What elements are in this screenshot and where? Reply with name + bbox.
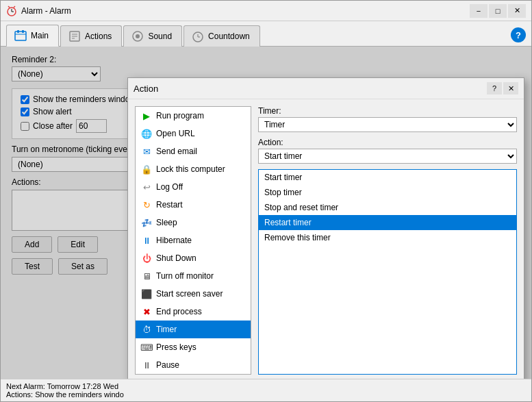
action-field-label: Action: bbox=[258, 138, 517, 147]
sound-tab-icon bbox=[131, 29, 144, 43]
timer-field-label: Timer: bbox=[258, 106, 517, 116]
action-item-timer[interactable]: ⏱Timer bbox=[136, 321, 251, 338]
action-option-stop_reset_timer[interactable]: Stop and reset timer bbox=[259, 200, 516, 215]
tab-actions-label: Actions bbox=[85, 32, 112, 41]
action-item-label: End process bbox=[156, 307, 202, 316]
dialog-help-button[interactable]: ? bbox=[487, 82, 502, 95]
svg-rect-6 bbox=[17, 30, 19, 33]
action-item-lock_computer[interactable]: 🔒Lock this computer bbox=[136, 160, 251, 178]
action-select[interactable]: Start timer bbox=[258, 149, 517, 164]
screensaver-icon: ⬛ bbox=[141, 288, 152, 299]
tab-bar: Main Actions Sound bbox=[1, 21, 531, 47]
tab-main[interactable]: Main bbox=[6, 25, 59, 47]
action-item-label: Restart bbox=[156, 200, 183, 210]
lock-icon: 🔒 bbox=[141, 164, 152, 175]
action-item-end_process[interactable]: ✖End process bbox=[136, 303, 251, 321]
tab-actions[interactable]: Actions bbox=[60, 25, 122, 47]
maximize-button[interactable]: □ bbox=[489, 4, 507, 18]
timer-select[interactable]: Timer bbox=[258, 117, 517, 132]
presskeys-icon: ⌨ bbox=[141, 342, 152, 353]
action-item-start_screen_saver[interactable]: ⬛Start screen saver bbox=[136, 285, 251, 303]
action-item-label: Turn off monitor bbox=[156, 271, 214, 281]
email-icon: ✉ bbox=[141, 146, 152, 157]
action-item-label: Press keys bbox=[156, 342, 197, 352]
actions-tab-icon bbox=[68, 29, 81, 43]
action-item-label: Pause bbox=[156, 360, 179, 370]
action-item-restart[interactable]: ↻Restart bbox=[136, 196, 251, 214]
action-item-shut_down[interactable]: ⏻Shut Down bbox=[136, 249, 251, 267]
pause-icon: ⏸ bbox=[141, 360, 152, 370]
action-item-sleep[interactable]: 💤Sleep bbox=[136, 214, 251, 231]
main-tab-icon bbox=[14, 29, 27, 42]
shutdown-icon: ⏻ bbox=[141, 253, 152, 264]
action-item-label: Open URL bbox=[156, 129, 195, 138]
tab-main-label: Main bbox=[31, 31, 49, 40]
logoff-icon: ↩ bbox=[141, 181, 152, 192]
svg-rect-7 bbox=[22, 30, 24, 33]
action-item-log_off[interactable]: ↩Log Off bbox=[136, 178, 251, 196]
action-item-label: Start screen saver bbox=[156, 289, 223, 299]
dialog-body: ▶Run program🌐Open URL✉Send email🔒Lock th… bbox=[128, 99, 524, 379]
content-area: Reminder 2: (None) Show the reminders wi… bbox=[1, 47, 531, 379]
minimize-button[interactable]: − bbox=[470, 4, 487, 18]
action-right-panel: Timer: Timer Action: Start timer Start t… bbox=[258, 106, 517, 375]
tab-countdown-label: Countdown bbox=[208, 32, 250, 41]
action-item-open_url[interactable]: 🌐Open URL bbox=[136, 125, 251, 142]
action-option-start_timer[interactable]: Start timer bbox=[259, 170, 516, 185]
svg-line-3 bbox=[8, 6, 10, 8]
action-list-panel: ▶Run program🌐Open URL✉Send email🔒Lock th… bbox=[135, 106, 251, 375]
action-item-label: Shut Down bbox=[156, 253, 197, 263]
svg-line-4 bbox=[14, 6, 15, 8]
action-item-pause[interactable]: ⏸Pause bbox=[136, 356, 251, 374]
action-option-stop_timer[interactable]: Stop timer bbox=[259, 185, 516, 200]
status-bar: Next Alarm: Tomorrow 17:28 Wed Actions: … bbox=[1, 379, 531, 401]
help-button[interactable]: ? bbox=[511, 27, 526, 42]
run-icon: ▶ bbox=[141, 110, 152, 121]
action-item-turn_off_monitor[interactable]: 🖥Turn off monitor bbox=[136, 267, 251, 285]
tab-countdown[interactable]: Countdown bbox=[183, 25, 260, 47]
hibernate-icon: ⏸ bbox=[141, 235, 152, 246]
tab-sound[interactable]: Sound bbox=[123, 25, 182, 47]
svg-point-14 bbox=[136, 34, 140, 38]
monitor-icon: 🖥 bbox=[141, 271, 152, 281]
title-bar: Alarm - Alarm − □ ✕ bbox=[1, 1, 531, 21]
window-title: Alarm - Alarm bbox=[21, 6, 470, 16]
dialog-title-bar: Action ? ✕ bbox=[128, 78, 524, 99]
actions-status: Actions: Show the reminders windo bbox=[6, 390, 124, 399]
countdown-tab-icon bbox=[191, 29, 205, 43]
action-options-list[interactable]: Start timerStop timerStop and reset time… bbox=[258, 169, 517, 375]
action-dialog: Action ? ✕ ▶Run program🌐Open URL✉Send em… bbox=[127, 77, 524, 379]
action-item-label: Lock this computer bbox=[156, 164, 225, 174]
timer-icon: ⏱ bbox=[141, 324, 152, 335]
timer-field-group: Timer: Timer bbox=[258, 106, 517, 132]
action-item-label: Timer bbox=[156, 325, 177, 334]
action-item-label: Sleep bbox=[156, 218, 177, 227]
close-button[interactable]: ✕ bbox=[508, 4, 526, 18]
svg-rect-5 bbox=[15, 32, 26, 40]
window-controls: − □ ✕ bbox=[470, 4, 526, 18]
action-item-label: Run program bbox=[156, 111, 204, 121]
action-item-press_keys[interactable]: ⌨Press keys bbox=[136, 338, 251, 356]
action-option-restart_timer[interactable]: Restart timer bbox=[259, 215, 516, 230]
action-option-remove_timer[interactable]: Remove this timer bbox=[259, 230, 516, 245]
main-window: Alarm - Alarm − □ ✕ Main bbox=[0, 0, 532, 402]
action-field-group: Action: Start timer bbox=[258, 138, 517, 164]
restart-icon: ↻ bbox=[141, 199, 152, 210]
url-icon: 🌐 bbox=[141, 128, 152, 139]
endprocess-icon: ✖ bbox=[141, 306, 152, 317]
tab-sound-label: Sound bbox=[148, 32, 172, 41]
action-item-label: Hibernate bbox=[156, 236, 192, 245]
action-item-run_program[interactable]: ▶Run program bbox=[136, 107, 251, 125]
action-item-send_email[interactable]: ✉Send email bbox=[136, 142, 251, 160]
dialog-title: Action bbox=[134, 84, 487, 94]
app-icon bbox=[6, 5, 17, 16]
dialog-close-button[interactable]: ✕ bbox=[503, 82, 518, 95]
sleep-icon: 💤 bbox=[141, 217, 152, 228]
action-item-label: Send email bbox=[156, 147, 197, 156]
next-alarm-status: Next Alarm: Tomorrow 17:28 Wed bbox=[6, 382, 118, 390]
dialog-controls: ? ✕ bbox=[487, 82, 518, 95]
action-item-label: Log Off bbox=[156, 182, 183, 192]
action-item-hibernate[interactable]: ⏸Hibernate bbox=[136, 231, 251, 249]
